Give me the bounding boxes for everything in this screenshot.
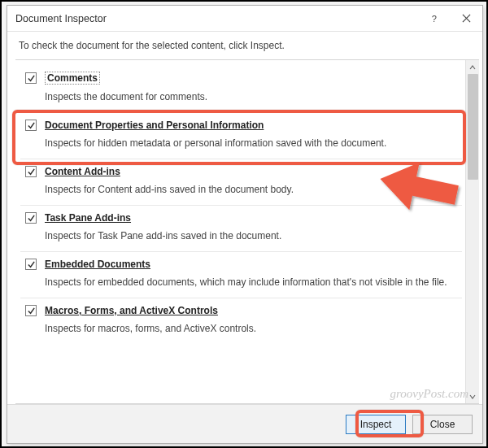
item-title: Document Properties and Personal Informa… bbox=[45, 120, 264, 131]
dialog-footer: Inspect Close bbox=[7, 404, 482, 443]
item-comments: Comments Inspects the document for comme… bbox=[20, 65, 462, 113]
item-desc: Inspects the document for comments. bbox=[45, 91, 457, 102]
item-desc: Inspects for Content add-ins saved in th… bbox=[45, 184, 457, 195]
item-taskpane-addins: Task Pane Add-ins Inspects for Task Pane… bbox=[20, 206, 462, 252]
inspection-list: Comments Inspects the document for comme… bbox=[15, 60, 465, 403]
item-title: Comments bbox=[45, 72, 100, 85]
dialog-title: Document Inspector bbox=[15, 13, 417, 24]
checkbox-content-addins[interactable] bbox=[25, 166, 37, 177]
item-title: Macros, Forms, and ActiveX Controls bbox=[45, 305, 218, 316]
scroll-thumb[interactable] bbox=[468, 74, 478, 180]
item-desc: Inspects for embedded documents, which m… bbox=[45, 276, 457, 288]
document-inspector-dialog: Document Inspector ? To check the docume… bbox=[7, 5, 483, 444]
checkbox-taskpane-addins[interactable] bbox=[25, 212, 37, 224]
close-button[interactable]: Close bbox=[412, 415, 473, 434]
item-desc: Inspects for hidden metadata or personal… bbox=[45, 137, 457, 149]
inspect-button[interactable]: Inspect bbox=[346, 415, 406, 434]
svg-text:?: ? bbox=[431, 14, 436, 23]
item-content-addins: Content Add-ins Inspects for Content add… bbox=[20, 159, 462, 206]
item-macros: Macros, Forms, and ActiveX Controls Insp… bbox=[20, 298, 462, 344]
item-title: Task Pane Add-ins bbox=[45, 212, 131, 224]
checkbox-doc-properties[interactable] bbox=[25, 120, 37, 131]
item-title: Content Add-ins bbox=[45, 166, 120, 177]
scroll-up-button[interactable] bbox=[466, 60, 479, 74]
item-desc: Inspects for macros, forms, and ActiveX … bbox=[45, 323, 457, 334]
help-button[interactable]: ? bbox=[417, 6, 450, 32]
item-embedded-docs: Embedded Documents Inspects for embedded… bbox=[20, 252, 462, 298]
scroll-down-button[interactable] bbox=[466, 389, 479, 403]
close-window-button[interactable] bbox=[450, 6, 482, 32]
item-desc: Inspects for Task Pane add-ins saved in … bbox=[45, 230, 457, 241]
inspection-list-panel: Comments Inspects the document for comme… bbox=[15, 59, 479, 404]
titlebar: Document Inspector ? bbox=[7, 6, 482, 32]
item-doc-properties: Document Properties and Personal Informa… bbox=[20, 113, 462, 159]
vertical-scrollbar[interactable] bbox=[465, 60, 479, 403]
item-title: Embedded Documents bbox=[45, 259, 150, 270]
instruction-text: To check the document for the selected c… bbox=[7, 32, 482, 59]
checkbox-embedded-docs[interactable] bbox=[25, 259, 37, 270]
checkbox-comments[interactable] bbox=[25, 72, 37, 84]
checkbox-macros[interactable] bbox=[25, 305, 37, 316]
